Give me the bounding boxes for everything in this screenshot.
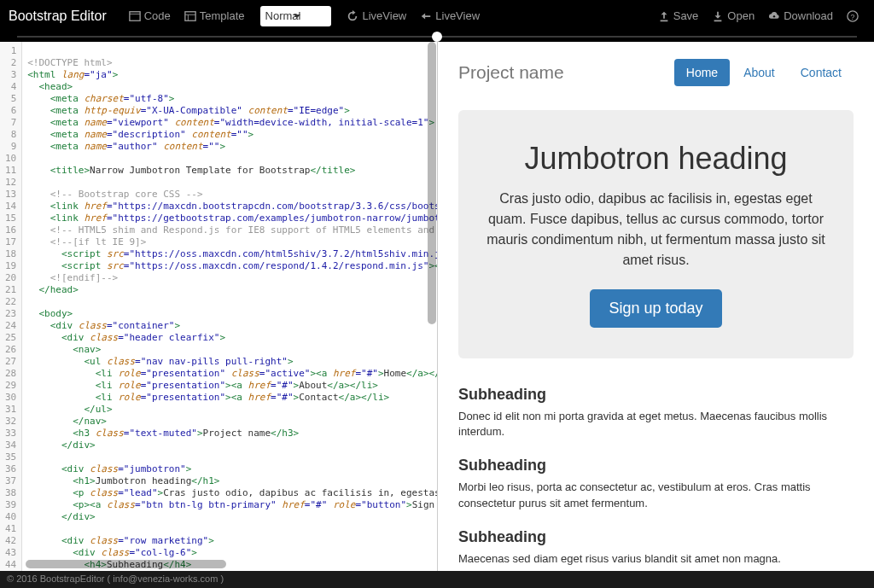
code-button[interactable]: Code	[129, 9, 171, 22]
open-button[interactable]: Open	[712, 9, 755, 22]
jumbotron: Jumbotron heading Cras justo odio, dapib…	[458, 110, 854, 358]
download-label: Download	[784, 9, 833, 22]
refresh-icon	[347, 10, 358, 22]
svg-text:?: ?	[851, 12, 855, 20]
download-icon	[712, 10, 724, 22]
open-label: Open	[727, 9, 755, 22]
template-label: Template	[200, 9, 245, 22]
topbar: Bootstrap Editor Code Template Normal Li…	[0, 0, 874, 32]
subheading-1: Subheading	[458, 386, 854, 404]
save-label: Save	[673, 9, 699, 22]
download-button[interactable]: Download	[768, 9, 833, 22]
nav-about[interactable]: About	[731, 59, 787, 86]
jumbotron-lead: Cras justo odio, dapibus ac facilisis in…	[484, 189, 828, 271]
project-name: Project name	[458, 62, 564, 83]
help-button[interactable]: ?	[847, 10, 859, 22]
scrollbar-thumb[interactable]	[428, 42, 436, 324]
chevron-down-icon	[294, 15, 300, 18]
code-label: Code	[144, 9, 171, 22]
svg-rect-0	[130, 11, 140, 20]
svg-rect-2	[185, 11, 195, 20]
horizontal-scrollbar[interactable]	[26, 559, 427, 569]
code-editor[interactable]: 1234567891011121314151617181920212223242…	[0, 42, 437, 571]
help-icon: ?	[847, 10, 859, 22]
h-scrollbar-thumb[interactable]	[26, 560, 226, 568]
jumbotron-heading: Jumbotron heading	[484, 141, 828, 177]
vertical-scrollbar[interactable]	[427, 42, 437, 556]
template-icon	[184, 10, 196, 22]
liveview-refresh-label: LiveView	[362, 9, 406, 22]
signup-button[interactable]: Sign up today	[590, 289, 721, 328]
nav-home[interactable]: Home	[674, 59, 730, 86]
subheading-1-text: Donec id elit non mi porta gravida at eg…	[458, 409, 854, 440]
liveview-open-button[interactable]: LiveView	[420, 9, 480, 22]
nav-contact[interactable]: Contact	[789, 59, 854, 86]
slider-thumb[interactable]	[432, 32, 442, 42]
template-button[interactable]: Template	[184, 9, 245, 22]
subheading-2-text: Morbi leo risus, porta ac consectetur ac…	[458, 480, 854, 510]
liveview-open-label: LiveView	[435, 9, 480, 22]
subheading-3: Subheading	[458, 528, 854, 546]
code-content[interactable]: <!DOCTYPE html> <html lang="ja"> <head> …	[22, 42, 437, 571]
brand-title: Bootstrap Editor	[9, 9, 107, 24]
line-gutter: 1234567891011121314151617181920212223242…	[0, 42, 22, 571]
preview-pane: Project name Home About Contact Jumbotro…	[437, 42, 874, 571]
save-button[interactable]: Save	[658, 9, 699, 22]
code-icon	[129, 10, 141, 22]
nav-pills: Home About Contact	[674, 59, 854, 86]
external-icon	[420, 10, 432, 22]
subheading-3-text: Maecenas sed diam eget risus varius blan…	[458, 551, 854, 567]
split-slider[interactable]	[0, 32, 874, 42]
upload-icon	[658, 10, 670, 22]
liveview-refresh-button[interactable]: LiveView	[347, 9, 406, 22]
mode-select[interactable]: Normal	[260, 6, 332, 26]
subheading-2: Subheading	[458, 457, 854, 474]
slider-track	[17, 36, 857, 38]
cloud-download-icon	[768, 10, 780, 22]
